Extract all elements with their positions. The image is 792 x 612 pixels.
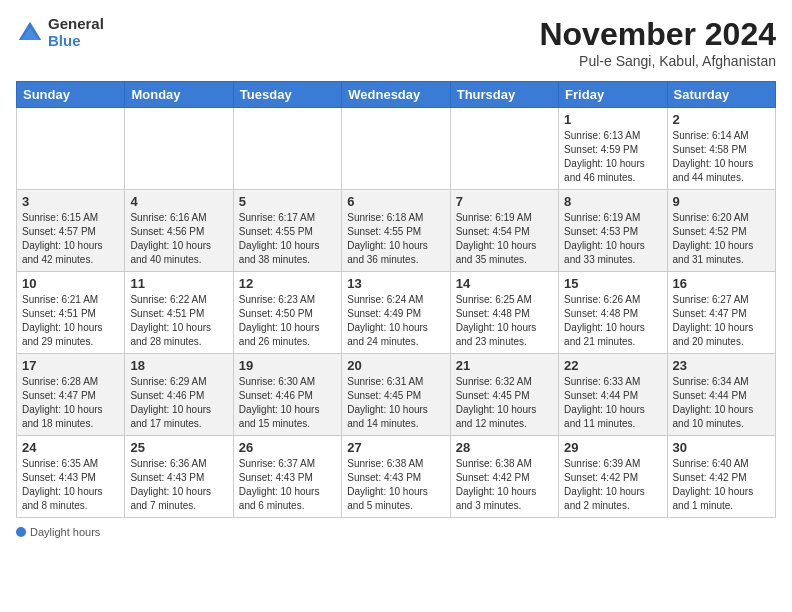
day-number: 12 [239, 276, 336, 291]
day-info: Sunrise: 6:33 AM Sunset: 4:44 PM Dayligh… [564, 375, 661, 431]
calendar-cell: 19Sunrise: 6:30 AM Sunset: 4:46 PM Dayli… [233, 354, 341, 436]
day-number: 10 [22, 276, 119, 291]
day-info: Sunrise: 6:29 AM Sunset: 4:46 PM Dayligh… [130, 375, 227, 431]
calendar-cell: 29Sunrise: 6:39 AM Sunset: 4:42 PM Dayli… [559, 436, 667, 518]
day-number: 3 [22, 194, 119, 209]
calendar-cell [125, 108, 233, 190]
calendar-cell: 11Sunrise: 6:22 AM Sunset: 4:51 PM Dayli… [125, 272, 233, 354]
day-info: Sunrise: 6:36 AM Sunset: 4:43 PM Dayligh… [130, 457, 227, 513]
calendar-body: 1Sunrise: 6:13 AM Sunset: 4:59 PM Daylig… [17, 108, 776, 518]
calendar-cell: 7Sunrise: 6:19 AM Sunset: 4:54 PM Daylig… [450, 190, 558, 272]
header-day-monday: Monday [125, 82, 233, 108]
day-number: 2 [673, 112, 770, 127]
day-info: Sunrise: 6:16 AM Sunset: 4:56 PM Dayligh… [130, 211, 227, 267]
calendar-cell: 9Sunrise: 6:20 AM Sunset: 4:52 PM Daylig… [667, 190, 775, 272]
logo-icon [16, 19, 44, 47]
day-number: 7 [456, 194, 553, 209]
day-info: Sunrise: 6:13 AM Sunset: 4:59 PM Dayligh… [564, 129, 661, 185]
calendar-cell: 23Sunrise: 6:34 AM Sunset: 4:44 PM Dayli… [667, 354, 775, 436]
calendar-week-1: 3Sunrise: 6:15 AM Sunset: 4:57 PM Daylig… [17, 190, 776, 272]
day-info: Sunrise: 6:40 AM Sunset: 4:42 PM Dayligh… [673, 457, 770, 513]
day-number: 6 [347, 194, 444, 209]
location: Pul-e Sangi, Kabul, Afghanistan [539, 53, 776, 69]
calendar-cell: 8Sunrise: 6:19 AM Sunset: 4:53 PM Daylig… [559, 190, 667, 272]
calendar-cell [342, 108, 450, 190]
calendar-cell: 28Sunrise: 6:38 AM Sunset: 4:42 PM Dayli… [450, 436, 558, 518]
day-number: 23 [673, 358, 770, 373]
day-number: 1 [564, 112, 661, 127]
header-day-friday: Friday [559, 82, 667, 108]
calendar-cell: 3Sunrise: 6:15 AM Sunset: 4:57 PM Daylig… [17, 190, 125, 272]
calendar-header: SundayMondayTuesdayWednesdayThursdayFrid… [17, 82, 776, 108]
day-number: 14 [456, 276, 553, 291]
calendar-cell: 20Sunrise: 6:31 AM Sunset: 4:45 PM Dayli… [342, 354, 450, 436]
day-number: 20 [347, 358, 444, 373]
calendar: SundayMondayTuesdayWednesdayThursdayFrid… [16, 81, 776, 518]
calendar-cell: 21Sunrise: 6:32 AM Sunset: 4:45 PM Dayli… [450, 354, 558, 436]
day-number: 17 [22, 358, 119, 373]
month-title: November 2024 [539, 16, 776, 53]
day-number: 4 [130, 194, 227, 209]
footer: Daylight hours [16, 526, 776, 538]
calendar-cell: 27Sunrise: 6:38 AM Sunset: 4:43 PM Dayli… [342, 436, 450, 518]
title-block: November 2024 Pul-e Sangi, Kabul, Afghan… [539, 16, 776, 69]
calendar-cell: 22Sunrise: 6:33 AM Sunset: 4:44 PM Dayli… [559, 354, 667, 436]
calendar-cell: 1Sunrise: 6:13 AM Sunset: 4:59 PM Daylig… [559, 108, 667, 190]
calendar-week-0: 1Sunrise: 6:13 AM Sunset: 4:59 PM Daylig… [17, 108, 776, 190]
day-info: Sunrise: 6:28 AM Sunset: 4:47 PM Dayligh… [22, 375, 119, 431]
day-number: 26 [239, 440, 336, 455]
calendar-cell: 30Sunrise: 6:40 AM Sunset: 4:42 PM Dayli… [667, 436, 775, 518]
header-day-thursday: Thursday [450, 82, 558, 108]
calendar-cell: 13Sunrise: 6:24 AM Sunset: 4:49 PM Dayli… [342, 272, 450, 354]
day-info: Sunrise: 6:24 AM Sunset: 4:49 PM Dayligh… [347, 293, 444, 349]
day-number: 16 [673, 276, 770, 291]
day-info: Sunrise: 6:17 AM Sunset: 4:55 PM Dayligh… [239, 211, 336, 267]
calendar-cell: 17Sunrise: 6:28 AM Sunset: 4:47 PM Dayli… [17, 354, 125, 436]
day-info: Sunrise: 6:39 AM Sunset: 4:42 PM Dayligh… [564, 457, 661, 513]
day-info: Sunrise: 6:22 AM Sunset: 4:51 PM Dayligh… [130, 293, 227, 349]
daylight-dot [16, 527, 26, 537]
calendar-week-2: 10Sunrise: 6:21 AM Sunset: 4:51 PM Dayli… [17, 272, 776, 354]
logo-blue: Blue [48, 33, 104, 50]
day-number: 9 [673, 194, 770, 209]
day-info: Sunrise: 6:23 AM Sunset: 4:50 PM Dayligh… [239, 293, 336, 349]
day-number: 11 [130, 276, 227, 291]
header-row: SundayMondayTuesdayWednesdayThursdayFrid… [17, 82, 776, 108]
logo-text: General Blue [48, 16, 104, 49]
calendar-cell: 24Sunrise: 6:35 AM Sunset: 4:43 PM Dayli… [17, 436, 125, 518]
day-number: 28 [456, 440, 553, 455]
calendar-cell: 15Sunrise: 6:26 AM Sunset: 4:48 PM Dayli… [559, 272, 667, 354]
header-day-sunday: Sunday [17, 82, 125, 108]
day-number: 29 [564, 440, 661, 455]
day-number: 8 [564, 194, 661, 209]
day-info: Sunrise: 6:19 AM Sunset: 4:53 PM Dayligh… [564, 211, 661, 267]
day-info: Sunrise: 6:37 AM Sunset: 4:43 PM Dayligh… [239, 457, 336, 513]
calendar-cell: 4Sunrise: 6:16 AM Sunset: 4:56 PM Daylig… [125, 190, 233, 272]
day-info: Sunrise: 6:31 AM Sunset: 4:45 PM Dayligh… [347, 375, 444, 431]
day-info: Sunrise: 6:21 AM Sunset: 4:51 PM Dayligh… [22, 293, 119, 349]
calendar-cell: 2Sunrise: 6:14 AM Sunset: 4:58 PM Daylig… [667, 108, 775, 190]
header-day-tuesday: Tuesday [233, 82, 341, 108]
day-number: 18 [130, 358, 227, 373]
day-info: Sunrise: 6:26 AM Sunset: 4:48 PM Dayligh… [564, 293, 661, 349]
day-info: Sunrise: 6:30 AM Sunset: 4:46 PM Dayligh… [239, 375, 336, 431]
day-info: Sunrise: 6:38 AM Sunset: 4:42 PM Dayligh… [456, 457, 553, 513]
day-number: 5 [239, 194, 336, 209]
calendar-week-4: 24Sunrise: 6:35 AM Sunset: 4:43 PM Dayli… [17, 436, 776, 518]
calendar-cell: 18Sunrise: 6:29 AM Sunset: 4:46 PM Dayli… [125, 354, 233, 436]
day-info: Sunrise: 6:15 AM Sunset: 4:57 PM Dayligh… [22, 211, 119, 267]
calendar-cell: 16Sunrise: 6:27 AM Sunset: 4:47 PM Dayli… [667, 272, 775, 354]
day-info: Sunrise: 6:14 AM Sunset: 4:58 PM Dayligh… [673, 129, 770, 185]
day-info: Sunrise: 6:32 AM Sunset: 4:45 PM Dayligh… [456, 375, 553, 431]
calendar-cell: 25Sunrise: 6:36 AM Sunset: 4:43 PM Dayli… [125, 436, 233, 518]
day-info: Sunrise: 6:34 AM Sunset: 4:44 PM Dayligh… [673, 375, 770, 431]
day-number: 27 [347, 440, 444, 455]
calendar-week-3: 17Sunrise: 6:28 AM Sunset: 4:47 PM Dayli… [17, 354, 776, 436]
page-header: General Blue November 2024 Pul-e Sangi, … [16, 16, 776, 69]
logo-general: General [48, 16, 104, 33]
header-day-wednesday: Wednesday [342, 82, 450, 108]
day-info: Sunrise: 6:27 AM Sunset: 4:47 PM Dayligh… [673, 293, 770, 349]
day-info: Sunrise: 6:38 AM Sunset: 4:43 PM Dayligh… [347, 457, 444, 513]
day-info: Sunrise: 6:19 AM Sunset: 4:54 PM Dayligh… [456, 211, 553, 267]
calendar-cell: 12Sunrise: 6:23 AM Sunset: 4:50 PM Dayli… [233, 272, 341, 354]
